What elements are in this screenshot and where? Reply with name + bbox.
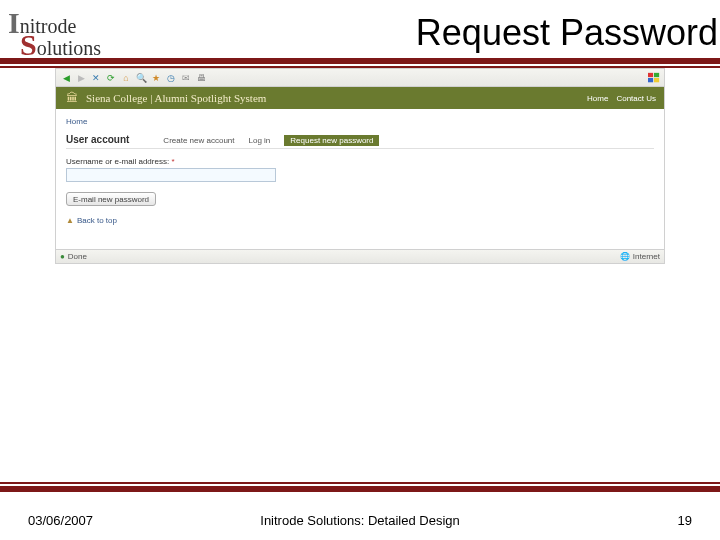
site-crest-icon: 🏛: [64, 90, 80, 106]
back-to-top-link[interactable]: ▲ Back to top: [66, 216, 654, 225]
nav-home[interactable]: Home: [587, 94, 608, 103]
up-caret-icon: ▲: [66, 216, 74, 225]
nav-contact[interactable]: Contact Us: [616, 94, 656, 103]
browser-screenshot: ◀ ▶ ✕ ⟳ ⌂ 🔍 ★ ◷ ✉ 🖶 🏛 Siena College | Al…: [55, 68, 665, 264]
page-body: Home User account Create new account Log…: [56, 109, 664, 249]
tab-request-password[interactable]: Request new password: [284, 135, 379, 146]
logo-rest-2: olutions: [37, 37, 101, 59]
forward-icon[interactable]: ▶: [75, 72, 87, 84]
windows-logo-icon: [648, 72, 660, 84]
refresh-icon[interactable]: ⟳: [105, 72, 117, 84]
username-input[interactable]: [66, 168, 276, 182]
footer-page-number: 19: [678, 513, 692, 528]
site-header-bar: 🏛 Siena College | Alumni Spotlight Syste…: [56, 87, 664, 109]
svg-rect-2: [648, 78, 653, 82]
browser-toolbar: ◀ ▶ ✕ ⟳ ⌂ 🔍 ★ ◷ ✉ 🖶: [56, 69, 664, 87]
footer-rules: [0, 480, 720, 492]
tab-create-account[interactable]: Create new account: [163, 136, 234, 145]
status-done-icon: ●: [60, 252, 65, 261]
print-icon[interactable]: 🖶: [195, 72, 207, 84]
status-right-text: Internet: [633, 252, 660, 261]
svg-rect-1: [654, 72, 659, 76]
history-icon[interactable]: ◷: [165, 72, 177, 84]
username-label-text: Username or e-mail address:: [66, 157, 169, 166]
account-tabs: User account Create new account Log in R…: [66, 134, 654, 149]
tab-login[interactable]: Log in: [249, 136, 271, 145]
svg-rect-3: [654, 78, 659, 82]
email-password-button[interactable]: E-mail new password: [66, 192, 156, 206]
breadcrumb[interactable]: Home: [66, 117, 654, 126]
back-icon[interactable]: ◀: [60, 72, 72, 84]
page-title: User account: [66, 134, 129, 145]
search-icon[interactable]: 🔍: [135, 72, 147, 84]
logo: Initrode Solutions: [4, 4, 160, 54]
logo-initial-1: I: [8, 6, 20, 39]
slide-header: Initrode Solutions Request Password: [0, 0, 720, 56]
svg-rect-0: [648, 72, 653, 76]
logo-line-2: Solutions: [20, 28, 101, 62]
stop-icon[interactable]: ✕: [90, 72, 102, 84]
site-title: Siena College | Alumni Spotlight System: [86, 92, 579, 104]
header-rule-thick: [0, 58, 720, 64]
home-icon[interactable]: ⌂: [120, 72, 132, 84]
footer-date: 03/06/2007: [28, 513, 93, 528]
logo-initial-2: S: [20, 28, 37, 61]
internet-zone-icon: 🌐: [620, 252, 630, 261]
mail-icon[interactable]: ✉: [180, 72, 192, 84]
footer-rule-thin: [0, 482, 720, 484]
back-to-top-text: Back to top: [77, 216, 117, 225]
footer-rule-thick: [0, 486, 720, 492]
slide-footer: 03/06/2007 Initrode Solutions: Detailed …: [0, 513, 720, 528]
slide-title: Request Password: [416, 4, 720, 54]
username-label: Username or e-mail address: *: [66, 157, 654, 166]
browser-status-bar: ● Done 🌐 Internet: [56, 249, 664, 263]
footer-center: Initrode Solutions: Detailed Design: [260, 513, 459, 528]
required-marker: *: [171, 157, 174, 166]
favorites-icon[interactable]: ★: [150, 72, 162, 84]
status-left-text: Done: [68, 252, 87, 261]
